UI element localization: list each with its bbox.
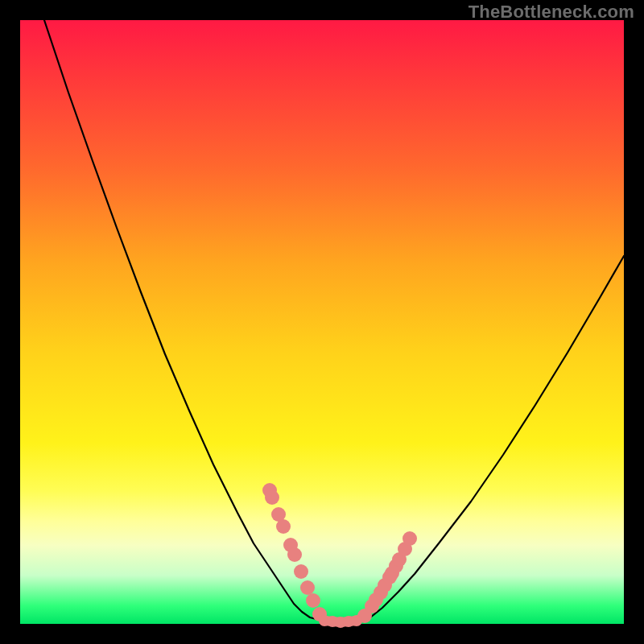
data-marker	[265, 490, 279, 505]
chart-frame: TheBottleneck.com	[0, 0, 644, 644]
data-marker	[294, 564, 308, 579]
plot-area	[20, 20, 624, 624]
data-marker	[276, 519, 291, 534]
data-marker	[287, 547, 302, 562]
data-marker	[351, 615, 362, 626]
data-marker	[300, 580, 315, 595]
bottleneck-curve	[20, 20, 624, 624]
data-marker	[306, 593, 320, 608]
v-curve	[44, 20, 624, 622]
data-marker	[402, 531, 417, 546]
watermark-text: TheBottleneck.com	[469, 2, 634, 23]
